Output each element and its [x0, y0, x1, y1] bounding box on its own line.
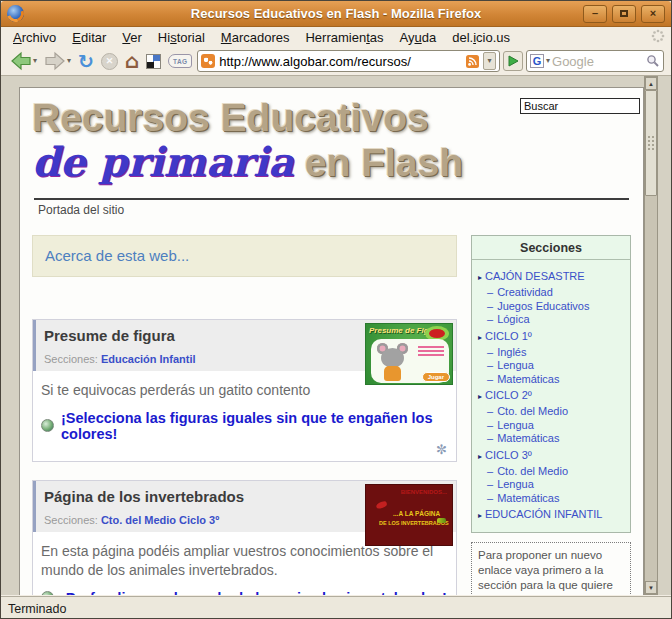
article-title: Presume de figura	[44, 327, 356, 344]
sidebar-item-ciclo-1[interactable]: ▸CICLO 1º	[478, 330, 626, 344]
menu-herramientas[interactable]: Herramientas	[297, 28, 391, 47]
titlebar[interactable]: Recursos Educativos en Flash - Mozilla F…	[1, 1, 671, 27]
forward-button[interactable]: ▾	[42, 50, 73, 72]
article-thumbnail[interactable]: BIENVENIDOS... ...A LA PÁGINA DE LOS INV…	[365, 484, 453, 546]
sidebar-item-cto-medio-2[interactable]: –Cto. del Medio	[487, 405, 626, 419]
url-input[interactable]	[219, 54, 462, 69]
forward-arrow-icon	[44, 51, 66, 71]
close-button[interactable]: ×	[641, 5, 665, 23]
home-button[interactable]: ⌂	[123, 51, 141, 71]
article-thumbnail[interactable]: Presume de Figura Jugar	[365, 323, 453, 385]
magnifier-icon[interactable]	[646, 54, 660, 68]
dash-bullet: –	[487, 405, 493, 419]
scorpion-decor	[437, 518, 446, 523]
article-flash-link[interactable]: ¡Profundiza en el mundo de los animales …	[61, 590, 447, 595]
menu-ver[interactable]: Ver	[114, 28, 150, 47]
site-content: Recursos Educativos de primaria en Flash…	[19, 87, 644, 595]
article-invertebrados: Página de los invertebrados Secciones: C…	[32, 480, 457, 595]
rss-icon[interactable]	[466, 55, 479, 68]
logo-line2: de primaria en Flash	[32, 140, 631, 193]
delicious-button[interactable]	[144, 53, 163, 70]
vertical-scrollbar[interactable]: ▲ ▼	[644, 76, 658, 595]
sidebar-item-lengua-2[interactable]: –Lengua	[487, 419, 626, 433]
stop-button[interactable]: ✕	[99, 52, 120, 71]
sidebar-item-educacion-infantil[interactable]: ▸EDUCACIÓN INFANTIL	[478, 508, 626, 522]
dash-bullet: –	[487, 432, 493, 446]
sidebar-item-matematicas-1[interactable]: –Matemáticas	[487, 373, 626, 387]
scrollbar-thumb[interactable]	[645, 90, 657, 196]
home-icon: ⌂	[125, 52, 139, 70]
flash-marker-icon: ✼	[33, 442, 456, 461]
site-search-input[interactable]	[520, 98, 640, 114]
maximize-button[interactable]	[612, 5, 636, 23]
sidebar-item-ingles[interactable]: –Inglés	[487, 346, 626, 360]
article-title: Página de los invertebrados	[44, 488, 356, 505]
engine-dropdown-icon[interactable]: ▾	[546, 57, 550, 65]
about-box: Acerca de esta web...	[32, 235, 457, 277]
sidebar-item-matematicas-2[interactable]: –Matemáticas	[487, 432, 626, 446]
menubar: Archivo Editar Ver Historial Marcadores …	[1, 27, 671, 47]
menu-delicious[interactable]: del.icio.us	[444, 28, 518, 47]
sidebar-item-lengua-1[interactable]: –Lengua	[487, 359, 626, 373]
tag-icon: TAG	[168, 54, 192, 68]
sidebar-item-cto-medio-3[interactable]: –Cto. del Medio	[487, 465, 626, 479]
go-button[interactable]	[503, 51, 523, 71]
triangle-bullet-icon: ▸	[478, 390, 482, 403]
scrollbar-grip	[647, 135, 655, 151]
mouse-body	[384, 366, 401, 381]
section-link[interactable]: Educación Infantil	[101, 353, 196, 365]
article-flash-link[interactable]: ¡Selecciona las figuras iguales sin que …	[61, 410, 448, 442]
section-link[interactable]: Cto. del Medio Ciclo 3º	[101, 514, 219, 526]
google-engine-icon[interactable]: G	[530, 54, 544, 68]
forward-dropdown-icon[interactable]: ▾	[67, 57, 71, 65]
go-arrow-icon	[506, 54, 520, 68]
back-arrow-icon	[10, 51, 32, 71]
menu-archivo[interactable]: Archivo	[5, 28, 64, 47]
menu-ayuda[interactable]: Ayuda	[392, 28, 445, 47]
thumb-play-button: Jugar	[422, 372, 450, 382]
sidebar-item-cajon-desastre[interactable]: ▸CAJÓN DESASTRE	[478, 270, 626, 284]
triangle-bullet-icon: ▸	[478, 509, 482, 522]
url-bar[interactable]: ▾	[197, 50, 500, 72]
back-button[interactable]: ▾	[8, 50, 39, 72]
dash-bullet: –	[487, 300, 493, 314]
about-link[interactable]: Acerca de esta web...	[45, 247, 189, 264]
firefox-window: Recursos Educativos en Flash - Mozilla F…	[0, 0, 672, 619]
globe-icon	[41, 591, 54, 595]
article-sections: Secciones: Educación Infantil	[44, 353, 356, 365]
sidebar-item-ciclo-2[interactable]: ▸CICLO 2º	[478, 389, 626, 403]
url-history-dropdown[interactable]: ▾	[483, 52, 496, 70]
article-sections: Secciones: Cto. del Medio Ciclo 3º	[44, 514, 356, 526]
article-presume-de-figura: Presume de figura Secciones: Educación I…	[32, 319, 457, 462]
sidebar-item-juegos-educativos[interactable]: –Juegos Educativos	[487, 300, 626, 314]
dash-bullet: –	[487, 373, 493, 387]
sidebar: Secciones ▸CAJÓN DESASTRE –Creatividad –…	[471, 235, 631, 595]
sidebar-item-matematicas-3[interactable]: –Matemáticas	[487, 492, 626, 506]
logo-script-text: de primaria	[32, 138, 294, 185]
logo-rest-text: en Flash	[294, 141, 463, 184]
status-text: Terminado	[8, 602, 66, 616]
web-search-bar[interactable]: G ▾	[526, 50, 664, 72]
sidebar-item-logica[interactable]: –Lógica	[487, 313, 626, 327]
dash-bullet: –	[487, 286, 493, 300]
tag-button[interactable]: TAG	[166, 53, 194, 69]
menu-historial[interactable]: Historial	[150, 28, 213, 47]
dash-bullet: –	[487, 465, 493, 479]
sidebar-item-lengua-3[interactable]: –Lengua	[487, 478, 626, 492]
reload-button[interactable]: ↻	[76, 51, 96, 71]
scroll-up-button[interactable]: ▲	[645, 77, 657, 90]
back-dropdown-icon[interactable]: ▾	[33, 57, 37, 65]
thumb-text-lines	[418, 346, 444, 358]
sidebar-item-creatividad[interactable]: –Creatividad	[487, 286, 626, 300]
page-viewport: Recursos Educativos de primaria en Flash…	[9, 76, 659, 595]
menu-editar[interactable]: Editar	[64, 28, 114, 47]
dash-bullet: –	[487, 419, 493, 433]
minimize-button[interactable]: –	[583, 5, 607, 23]
site-favicon	[201, 54, 215, 68]
scroll-down-button[interactable]: ▼	[645, 581, 657, 594]
menu-marcadores[interactable]: Marcadores	[213, 28, 298, 47]
sidebar-item-ciclo-3[interactable]: ▸CICLO 3º	[478, 449, 626, 463]
window-controls: – ×	[583, 5, 665, 23]
web-search-input[interactable]	[552, 54, 644, 69]
sections-list: ▸CAJÓN DESASTRE –Creatividad –Juegos Edu…	[472, 260, 630, 532]
